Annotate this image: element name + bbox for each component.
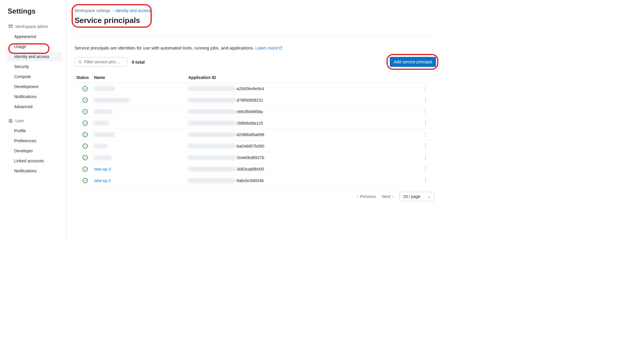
sidebar-title: Settings xyxy=(7,7,62,15)
name-cell xyxy=(94,86,188,91)
external-link-icon xyxy=(278,46,283,51)
page-header: Workspace settings › Identity and access… xyxy=(75,8,436,26)
sidebar-item-notifications[interactable]: Notifications xyxy=(7,166,62,176)
column-header-status[interactable]: Status xyxy=(76,75,94,80)
add-service-principal-button[interactable]: Add service principal xyxy=(390,57,436,67)
svg-point-5 xyxy=(10,120,11,121)
previous-button[interactable]: ‹ Previous xyxy=(357,194,376,199)
service-principal-link[interactable]: new-sp-2 xyxy=(94,178,111,183)
sidebar-item-development[interactable]: Development xyxy=(7,82,62,91)
redacted-name xyxy=(94,109,112,114)
row-actions-button[interactable] xyxy=(422,121,428,126)
status-cell xyxy=(76,143,94,149)
kebab-icon xyxy=(423,99,428,101)
chevron-right-icon: › xyxy=(112,8,114,13)
table-row: -2e4e0bd6927b xyxy=(75,152,436,164)
appid-cell: -6abcbc9d924b xyxy=(188,178,422,183)
breadcrumb-item[interactable]: Workspace settings xyxy=(75,8,110,13)
page-size-select[interactable]: 20 / page ⌄ xyxy=(399,192,434,201)
main-content: Workspace settings › Identity and access… xyxy=(66,0,442,240)
row-actions-button[interactable] xyxy=(422,155,428,160)
row-actions-button[interactable] xyxy=(422,167,428,171)
svg-point-6 xyxy=(78,60,81,63)
column-header-appid[interactable]: Application ID xyxy=(188,75,422,80)
row-actions-button[interactable] xyxy=(422,178,428,183)
breadcrumbs: Workspace settings › Identity and access… xyxy=(75,8,436,13)
chevron-left-icon: ‹ xyxy=(357,194,358,199)
row-actions-button[interactable] xyxy=(422,144,428,148)
row-actions-button[interactable] xyxy=(422,109,428,114)
status-active-icon xyxy=(82,132,88,137)
pagination: ‹ Previous Next › 20 / page ⌄ xyxy=(75,186,436,203)
appid-suffix: -1fd9ebdda1c5 xyxy=(235,121,263,126)
redacted-appid-prefix xyxy=(188,155,235,160)
redacted-appid-prefix xyxy=(188,86,235,91)
row-actions-button[interactable] xyxy=(422,132,428,137)
toolbar: 9 total Add service principal xyxy=(75,57,436,67)
kebab-icon xyxy=(423,157,428,158)
status-cell xyxy=(76,98,94,103)
sidebar-item-identity-and-access[interactable]: Identity and access xyxy=(7,52,62,61)
name-cell: new-sp-2 xyxy=(94,178,188,183)
sidebar-item-developer[interactable]: Developer xyxy=(7,146,62,156)
sidebar-item-usage[interactable]: Usage xyxy=(7,42,62,51)
previous-label: Previous xyxy=(360,194,376,199)
status-cell xyxy=(76,132,94,137)
filter-input[interactable] xyxy=(84,60,124,64)
appid-cell: -3063ca88b005 xyxy=(188,167,422,171)
name-cell: new-sp-3 xyxy=(94,167,188,171)
kebab-icon xyxy=(423,145,428,147)
status-active-icon xyxy=(82,98,88,103)
breadcrumb-item[interactable]: Identity and access xyxy=(115,8,151,13)
sidebar-item-appearance[interactable]: Appearance xyxy=(7,32,62,41)
redacted-appid-prefix xyxy=(188,167,235,171)
filter-input-container[interactable] xyxy=(75,57,128,67)
appid-cell: -d78f00608231 xyxy=(188,98,422,103)
learn-more-link[interactable]: Learn more xyxy=(255,45,283,50)
user-icon xyxy=(8,118,13,123)
redacted-name xyxy=(94,121,109,126)
next-button[interactable]: Next › xyxy=(382,194,394,199)
row-actions-button[interactable] xyxy=(422,86,428,91)
service-principal-link[interactable]: new-sp-3 xyxy=(94,167,111,171)
description-text: Service principals are identities for us… xyxy=(75,45,255,50)
status-cell xyxy=(76,109,94,114)
appid-cell: -2e4e0bd6927b xyxy=(188,155,422,160)
status-cell xyxy=(76,166,94,172)
appid-suffix: -d78f00608231 xyxy=(235,98,263,103)
sidebar-item-notifications[interactable]: Notifications xyxy=(7,92,62,101)
kebab-icon xyxy=(423,134,428,135)
sidebar-item-compute[interactable]: Compute xyxy=(7,72,62,81)
name-cell xyxy=(94,109,188,114)
page-size-label: 20 / page xyxy=(403,194,420,199)
total-count: 9 total xyxy=(132,60,145,65)
sidebar-item-advanced[interactable]: Advanced xyxy=(7,102,62,111)
service-principals-table: Status Name Application ID -a2b006e9e9c4… xyxy=(75,72,436,186)
sidebar-item-security[interactable]: Security xyxy=(7,62,62,71)
table-row: new-sp-3 -3063ca88b005 xyxy=(75,164,436,175)
sidebar-item-preferences[interactable]: Preferences xyxy=(7,136,62,146)
appid-suffix: -c66cfbb8858a xyxy=(235,109,263,114)
table-row: -d78f00608231 xyxy=(75,95,436,106)
redacted-appid-prefix xyxy=(188,178,235,183)
column-header-name[interactable]: Name xyxy=(94,75,188,80)
status-active-icon xyxy=(82,86,88,91)
status-cell xyxy=(76,86,94,91)
row-actions-button[interactable] xyxy=(422,98,428,103)
sidebar-item-profile[interactable]: Profile xyxy=(7,126,62,136)
redacted-appid-prefix xyxy=(188,109,235,114)
appid-cell: -c66cfbb8858a xyxy=(188,109,422,114)
appid-suffix: -6abcbc9d924b xyxy=(235,178,264,183)
table-row: -ba04dd07b060 xyxy=(75,141,436,152)
redacted-name xyxy=(94,132,115,137)
chevron-right-icon: › xyxy=(152,8,154,13)
redacted-appid-prefix xyxy=(188,121,235,126)
svg-point-2 xyxy=(9,27,10,28)
kebab-icon xyxy=(423,168,428,170)
appid-suffix: -d2d88dd5a696 xyxy=(235,132,264,137)
table-row: -d2d88dd5a696 xyxy=(75,129,436,141)
table-row: -c66cfbb8858a xyxy=(75,106,436,118)
sidebar-item-linked-accounts[interactable]: Linked accounts xyxy=(7,156,62,166)
appid-suffix: -3063ca88b005 xyxy=(235,167,264,171)
redacted-appid-prefix xyxy=(188,98,235,103)
